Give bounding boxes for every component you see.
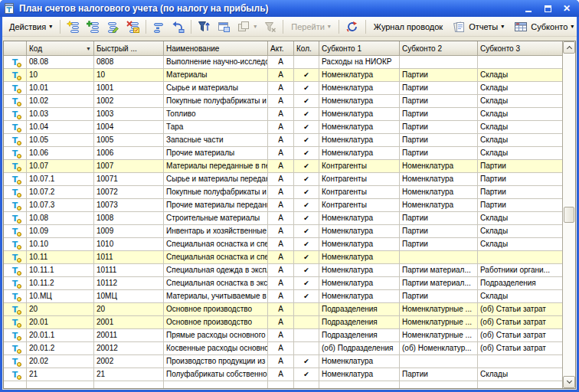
edit-button[interactable] <box>103 18 123 35</box>
name-cell: Материалы переданные в перер... <box>164 160 268 173</box>
table-row[interactable]: Т 10.09 1009 Инвентарь и хозяйственные п… <box>4 225 562 238</box>
actions-button-label: Действия <box>9 22 46 31</box>
table-row[interactable]: Т 10.06 1006 Прочие материалы А ✔ Номенк… <box>4 147 562 160</box>
active-cell: А <box>268 264 294 277</box>
table-row[interactable]: Т 10.02 1002 Покупные полуфабрикаты и ко… <box>4 95 562 108</box>
toolbar-separator <box>365 20 366 34</box>
subconto3-cell: Склады <box>478 69 562 82</box>
account-icon: Т <box>11 370 20 380</box>
table-row[interactable]: Т 20.01.2 20012 Косвенные расходы основн… <box>4 342 562 355</box>
actions-button[interactable]: Действия ▾ <box>5 18 57 35</box>
fast-code-cell: 1003 <box>94 108 164 121</box>
table-row[interactable]: Т 10.МЦ 10МЦ Материалы, учитываемые в со… <box>4 290 562 303</box>
maximize-button[interactable] <box>543 3 552 14</box>
delete-button[interactable] <box>123 18 142 35</box>
code-cell: 10.07.3 <box>27 199 94 212</box>
table-row[interactable]: Т 10.05 1005 Запасные части А ✔ Номенкла… <box>4 134 562 147</box>
subconto2-cell: Номенклатура <box>400 199 478 212</box>
scrollbar-thumb[interactable] <box>564 207 574 223</box>
name-cell: Инвентарь и хозяйственные при... <box>164 225 268 238</box>
table-row[interactable]: Т 10.04 1004 Тара А ✔ Номенклатура Парти… <box>4 121 562 134</box>
table-row[interactable]: Т 10.10 1010 Специальная оснастка и спец… <box>4 238 562 251</box>
table-row[interactable]: Т 10.08 1008 Строительные материалы А ✔ … <box>4 212 562 225</box>
title-bar: План счетов налогового учета (по налогу … <box>0 0 579 17</box>
account-icon: Т <box>11 149 20 158</box>
scroll-down-button[interactable] <box>563 376 575 388</box>
add-group-button[interactable] <box>83 18 103 35</box>
scrollbar-track[interactable] <box>563 54 575 376</box>
col-header-code[interactable]: Код ▼ <box>27 41 94 56</box>
move-item-button[interactable] <box>149 18 168 35</box>
active-cell: А <box>268 368 294 381</box>
col-header-icon[interactable] <box>4 41 27 56</box>
table-row[interactable]: Т 10.01 1001 Сырье и материалы А ✔ Номен… <box>4 82 562 95</box>
table-row[interactable]: Т 20.01 2001 Основное производство А Под… <box>4 316 562 329</box>
table-row[interactable]: Т 10 10 Материалы А ✔ Номенклатура Парти… <box>4 69 562 82</box>
account-icon-dot <box>17 180 21 185</box>
subconto2-cell: Номенклатура <box>400 173 478 186</box>
table-row[interactable]: Т 10.11.1 10111 Специальная одежда в экс… <box>4 264 562 277</box>
active-cell: А <box>268 316 294 329</box>
fast-code-cell: 1001 <box>94 82 164 95</box>
table-row[interactable]: Т 10.07.2 10072 Покупные полуфабрикаты и… <box>4 186 562 199</box>
active-cell: А <box>268 290 294 303</box>
journal-button[interactable]: Журнал проводок <box>369 18 447 35</box>
subconto-button[interactable]: Субконто ▾ <box>509 18 578 35</box>
account-icon: Т <box>11 227 20 237</box>
refresh-button[interactable] <box>342 18 362 35</box>
table-row[interactable]: Т 10.07.1 10071 Сырье и материалы переда… <box>4 173 562 186</box>
app-body: Действия ▾ <box>2 17 577 390</box>
filter-by-value-button[interactable] <box>214 18 234 35</box>
name-cell: Производство продукции из дав... <box>164 355 268 368</box>
col-header-subconto3[interactable]: Субконто 3 <box>478 41 562 56</box>
table-row[interactable]: Т 10.11.2 10112 Специальная оснастка в э… <box>4 277 562 290</box>
quantity-cell <box>294 316 319 329</box>
account-icon: Т <box>11 57 20 67</box>
filter-history-icon <box>237 21 250 33</box>
table-row[interactable]: Т 10.03 1003 Топливо А ✔ Номенклатура Па… <box>4 108 562 121</box>
fast-code-cell: 1008 <box>94 212 164 225</box>
filter-history-button[interactable]: ▾ <box>234 18 260 35</box>
minimize-button[interactable] <box>524 3 533 14</box>
active-cell: А <box>268 303 294 316</box>
clear-filter-button[interactable] <box>260 18 280 35</box>
subconto2-cell: Партии <box>400 290 478 303</box>
account-icon-dot <box>17 375 21 380</box>
toolbar: Действия ▾ <box>2 17 577 37</box>
code-cell: 20.02 <box>27 355 94 368</box>
table-row[interactable]: Т 10.07 1007 Материалы переданные в пере… <box>4 160 562 173</box>
table-row[interactable]: Т 20 20 Основное производство А Подразде… <box>4 303 562 316</box>
col-header-active[interactable]: Акт. <box>268 41 294 56</box>
subconto2-cell: Номенклатурные ... <box>400 303 478 316</box>
add-item-button[interactable] <box>64 18 83 35</box>
table-row[interactable]: Т 08.08 0808 Выполнение научно-исследова… <box>4 56 562 69</box>
table-row[interactable]: Т 20.02 2002 Производство продукции из д… <box>4 355 562 368</box>
chevron-down-icon <box>566 378 571 384</box>
col-header-fast-code[interactable]: Быстрый ... <box>94 41 164 56</box>
fast-code-cell: 20011 <box>94 329 164 342</box>
quantity-cell <box>294 342 319 355</box>
subconto3-cell: Склады <box>478 238 562 251</box>
col-header-quantity[interactable]: Кол. <box>294 41 319 56</box>
quantity-cell: ✔ <box>294 108 319 121</box>
subconto2-cell: Партии <box>400 108 478 121</box>
vertical-scrollbar[interactable] <box>562 41 575 388</box>
col-header-name[interactable]: Наименование <box>164 41 268 56</box>
reports-button[interactable]: Отчеты ▾ <box>448 18 509 35</box>
sort-filter-button[interactable] <box>195 18 214 35</box>
goto-button[interactable]: Перейти ▾ <box>286 18 335 35</box>
subconto1-cell: Подразделения <box>319 303 400 316</box>
go-up-level-button[interactable] <box>168 18 188 35</box>
col-header-subconto1[interactable]: Субконто 1 <box>319 41 400 56</box>
col-header-subconto2[interactable]: Субконто 2 <box>400 41 478 56</box>
name-cell: Полуфабрикаты собственного п... <box>164 368 268 381</box>
subconto1-cell: Номенклатура <box>319 264 400 277</box>
table-row[interactable]: Т 20.01.1 20011 Прямые расходы основного… <box>4 329 562 342</box>
fast-code-cell: 10111 <box>94 264 164 277</box>
subconto2-cell: Номенклатура <box>400 160 478 173</box>
table-row[interactable]: Т 10.11 1011 Специальная оснастка и спец… <box>4 251 562 264</box>
close-button[interactable]: ✕ <box>562 3 571 14</box>
table-row[interactable]: Т 10.07.3 10073 Прочие материалы передан… <box>4 199 562 212</box>
scroll-up-button[interactable] <box>563 41 575 54</box>
table-row[interactable]: Т 21 21 Полуфабрикаты собственного п... … <box>4 368 562 381</box>
